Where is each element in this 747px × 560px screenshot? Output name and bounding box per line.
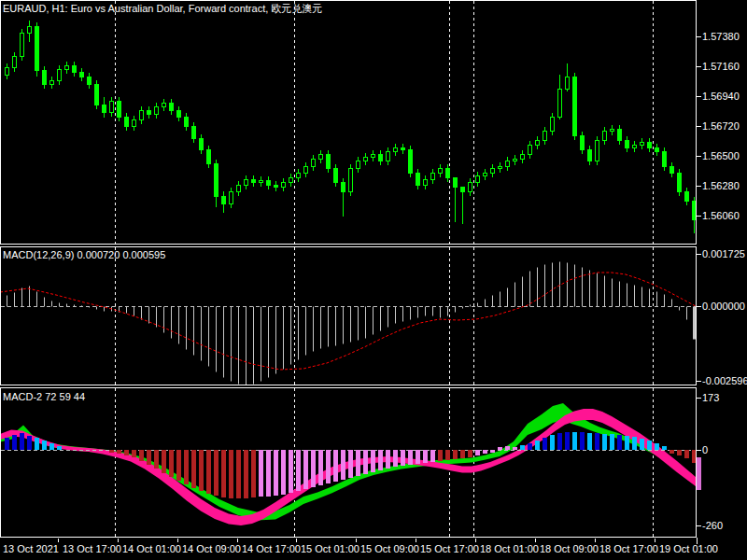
price-axis-label: 1.56280 xyxy=(702,180,740,191)
macd2-axis-label: 0 xyxy=(702,444,708,455)
chart-title: EURAUD, H1: Euro vs Australian Dollar, F… xyxy=(3,3,322,14)
price-axis-label: 1.57380 xyxy=(702,31,740,42)
time-axis-label: 13 Oct 17:00 xyxy=(63,543,121,554)
macd-axis-label: -0.002596 xyxy=(702,375,747,386)
time-axis-label: 18 Oct 09:00 xyxy=(540,543,599,554)
macd-indicator-label: MACD(12,26,9) 0.000720 0.000595 xyxy=(3,249,165,260)
time-axis-label: 15 Oct 17:00 xyxy=(420,543,479,554)
price-axis-label: 1.57160 xyxy=(702,61,740,72)
time-axis-label: 18 Oct 17:00 xyxy=(599,543,658,554)
macd-axis-label: 0.000000 xyxy=(702,301,745,312)
time-axis-label: 15 Oct 01:00 xyxy=(301,543,359,554)
chart-canvas[interactable] xyxy=(0,0,747,560)
price-axis-label: 1.56500 xyxy=(702,150,740,161)
macd2-axis-label: -260 xyxy=(702,520,723,531)
time-axis-label: 18 Oct 01:00 xyxy=(480,543,539,554)
macd2-indicator-label: MACD-2 72 59 44 xyxy=(3,391,85,402)
macd2-axis-label: 173 xyxy=(702,392,719,403)
time-axis-label: 15 Oct 09:00 xyxy=(360,543,419,554)
time-axis-label: 13 Oct 2021 xyxy=(3,543,59,554)
mt5-chart-window: EURAUD, H1: Euro vs Australian Dollar, F… xyxy=(0,0,747,560)
time-axis-label: 14 Oct 01:00 xyxy=(122,543,181,554)
time-axis-label: 19 Oct 01:00 xyxy=(659,543,718,554)
price-axis-label: 1.56940 xyxy=(702,91,740,102)
price-axis-label: 1.56720 xyxy=(702,120,740,132)
time-axis-label: 14 Oct 17:00 xyxy=(242,543,301,554)
time-axis-label: 14 Oct 09:00 xyxy=(182,543,241,554)
price-axis-label: 1.56060 xyxy=(702,210,740,221)
macd-axis-label: 0.001725 xyxy=(702,248,745,259)
